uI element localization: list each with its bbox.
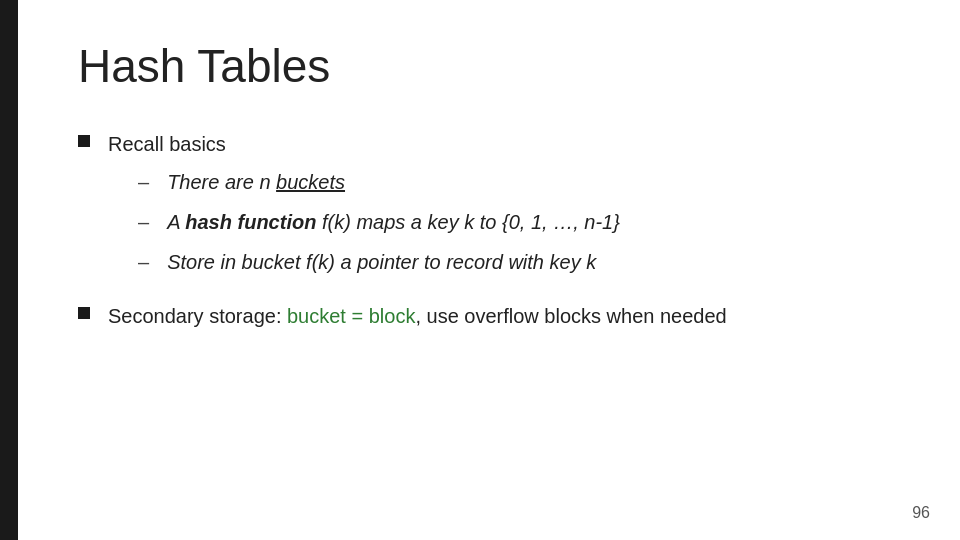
bullet-text-recall: Recall basics (108, 133, 226, 155)
sub-item-hash-function: – A hash function f(k) maps a key k to {… (108, 207, 620, 237)
bullet-item-secondary: Secondary storage: bucket = block, use o… (78, 301, 900, 331)
sub-dash-1: – (138, 167, 149, 197)
bullet-text-secondary: Secondary storage: bucket = block, use o… (108, 305, 727, 327)
sub-text-store: Store in bucket f(k) a pointer to record… (167, 247, 596, 277)
bullet-list: Recall basics – There are n buckets – A … (78, 129, 900, 331)
bullet-square-1 (78, 135, 90, 147)
secondary-text-after: , use overflow blocks when needed (415, 305, 726, 327)
secondary-highlight: bucket = block (287, 305, 415, 327)
secondary-text-before: Secondary storage: (108, 305, 287, 327)
sub-text-hash-function: A hash function f(k) maps a key k to {0,… (167, 207, 620, 237)
bullet-square-2 (78, 307, 90, 319)
page-number: 96 (912, 504, 930, 522)
bullet-item-recall: Recall basics – There are n buckets – A … (78, 129, 900, 287)
sub-item-buckets: – There are n buckets (108, 167, 620, 197)
slide-container: Hash Tables Recall basics – There are n … (0, 0, 960, 540)
sub-dash-3: – (138, 247, 149, 277)
slide-title: Hash Tables (78, 40, 900, 93)
sub-text-buckets: There are n buckets (167, 167, 345, 197)
sub-item-store: – Store in bucket f(k) a pointer to reco… (108, 247, 620, 277)
sub-list: – There are n buckets – A hash function … (108, 167, 620, 277)
sub-dash-2: – (138, 207, 149, 237)
left-bar (0, 0, 18, 540)
slide-content: Hash Tables Recall basics – There are n … (18, 0, 960, 540)
